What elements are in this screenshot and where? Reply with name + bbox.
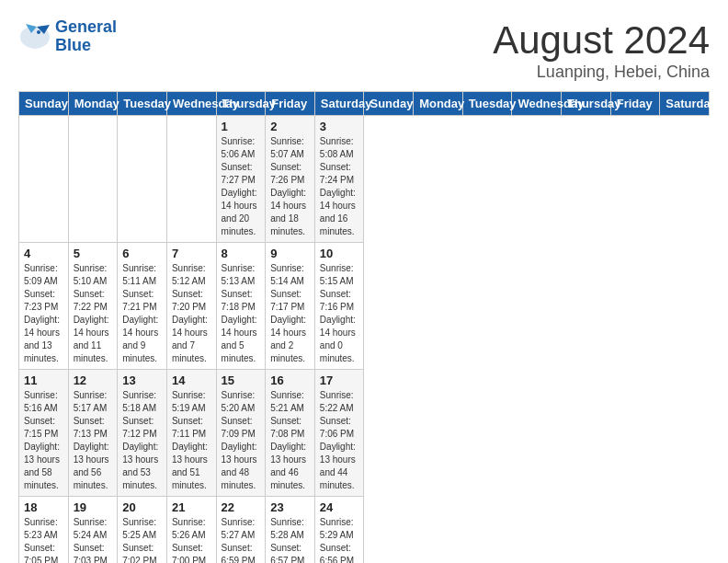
column-header-sunday: Sunday — [364, 92, 414, 116]
day-number: 15 — [222, 373, 261, 387]
calendar-week-1: 1Sunrise: 5:06 AM Sunset: 7:27 PM Daylig… — [19, 116, 710, 243]
calendar-cell: 6Sunrise: 5:11 AM Sunset: 7:21 PM Daylig… — [118, 243, 167, 370]
day-info: Sunrise: 5:07 AM Sunset: 7:26 PM Dayligh… — [270, 135, 310, 238]
day-info: Sunrise: 5:13 AM Sunset: 7:18 PM Dayligh… — [222, 262, 261, 365]
month-year-title: August 2024 — [493, 18, 710, 63]
calendar-cell: 23Sunrise: 5:28 AM Sunset: 6:57 PM Dayli… — [266, 497, 315, 564]
calendar-cell: 14Sunrise: 5:19 AM Sunset: 7:11 PM Dayli… — [166, 370, 216, 497]
day-number: 1 — [222, 120, 261, 133]
day-number: 11 — [24, 373, 63, 387]
column-header-friday: Friday — [266, 92, 315, 116]
svg-point-0 — [37, 30, 40, 34]
logo: General Blue — [18, 18, 117, 55]
calendar-cell: 1Sunrise: 5:06 AM Sunset: 7:27 PM Daylig… — [216, 116, 266, 243]
calendar-week-4: 18Sunrise: 5:23 AM Sunset: 7:05 PM Dayli… — [19, 497, 710, 564]
column-header-tuesday: Tuesday — [462, 92, 512, 116]
day-number: 9 — [270, 247, 310, 260]
column-header-tuesday: Tuesday — [118, 92, 167, 116]
calendar-cell: 9Sunrise: 5:14 AM Sunset: 7:17 PM Daylig… — [266, 243, 315, 370]
calendar-week-3: 11Sunrise: 5:16 AM Sunset: 7:15 PM Dayli… — [19, 370, 710, 497]
calendar-cell: 19Sunrise: 5:24 AM Sunset: 7:03 PM Dayli… — [68, 497, 118, 564]
calendar-cell — [118, 116, 167, 243]
calendar-cell — [68, 116, 118, 243]
calendar-cell: 7Sunrise: 5:12 AM Sunset: 7:20 PM Daylig… — [166, 243, 216, 370]
calendar-header-row: SundayMondayTuesdayWednesdayThursdayFrid… — [19, 92, 710, 116]
calendar-cell: 13Sunrise: 5:18 AM Sunset: 7:12 PM Dayli… — [118, 370, 167, 497]
day-info: Sunrise: 5:18 AM Sunset: 7:12 PM Dayligh… — [122, 389, 162, 492]
calendar-table: SundayMondayTuesdayWednesdayThursdayFrid… — [18, 91, 710, 563]
calendar-cell: 20Sunrise: 5:25 AM Sunset: 7:02 PM Dayli… — [118, 497, 167, 564]
page-header: General Blue August 2024 Luanping, Hebei… — [18, 18, 710, 82]
day-info: Sunrise: 5:23 AM Sunset: 7:05 PM Dayligh… — [24, 516, 63, 563]
day-info: Sunrise: 5:08 AM Sunset: 7:24 PM Dayligh… — [320, 135, 359, 238]
calendar-cell: 4Sunrise: 5:09 AM Sunset: 7:23 PM Daylig… — [19, 243, 69, 370]
day-number: 16 — [270, 373, 310, 387]
calendar-cell: 10Sunrise: 5:15 AM Sunset: 7:16 PM Dayli… — [314, 243, 364, 370]
day-info: Sunrise: 5:06 AM Sunset: 7:27 PM Dayligh… — [222, 135, 261, 238]
column-header-monday: Monday — [414, 92, 463, 116]
column-header-wednesday: Wednesday — [166, 92, 216, 116]
day-number: 21 — [172, 500, 211, 514]
day-number: 24 — [320, 500, 359, 514]
day-number: 13 — [122, 373, 162, 387]
day-info: Sunrise: 5:10 AM Sunset: 7:22 PM Dayligh… — [74, 262, 113, 365]
day-number: 14 — [172, 373, 211, 387]
day-info: Sunrise: 5:27 AM Sunset: 6:59 PM Dayligh… — [222, 516, 261, 563]
day-number: 22 — [222, 500, 261, 514]
logo-general: General — [55, 17, 117, 36]
calendar-cell: 3Sunrise: 5:08 AM Sunset: 7:24 PM Daylig… — [314, 116, 364, 243]
calendar-cell: 2Sunrise: 5:07 AM Sunset: 7:26 PM Daylig… — [266, 116, 315, 243]
location-subtitle: Luanping, Hebei, China — [493, 63, 710, 82]
calendar-cell — [166, 116, 216, 243]
day-info: Sunrise: 5:20 AM Sunset: 7:09 PM Dayligh… — [222, 389, 261, 492]
column-header-wednesday: Wednesday — [512, 92, 562, 116]
column-header-monday: Monday — [68, 92, 118, 116]
day-number: 5 — [74, 247, 113, 260]
day-info: Sunrise: 5:16 AM Sunset: 7:15 PM Dayligh… — [24, 389, 63, 492]
logo-blue: Blue — [55, 36, 91, 54]
day-info: Sunrise: 5:12 AM Sunset: 7:20 PM Dayligh… — [172, 262, 211, 365]
calendar-cell: 8Sunrise: 5:13 AM Sunset: 7:18 PM Daylig… — [216, 243, 266, 370]
column-header-thursday: Thursday — [216, 92, 266, 116]
day-info: Sunrise: 5:15 AM Sunset: 7:16 PM Dayligh… — [320, 262, 359, 365]
column-header-friday: Friday — [610, 92, 660, 116]
day-info: Sunrise: 5:19 AM Sunset: 7:11 PM Dayligh… — [172, 389, 211, 492]
day-info: Sunrise: 5:28 AM Sunset: 6:57 PM Dayligh… — [270, 516, 310, 563]
calendar-cell — [19, 116, 69, 243]
day-info: Sunrise: 5:26 AM Sunset: 7:00 PM Dayligh… — [172, 516, 211, 563]
day-info: Sunrise: 5:17 AM Sunset: 7:13 PM Dayligh… — [74, 389, 113, 492]
calendar-cell: 5Sunrise: 5:10 AM Sunset: 7:22 PM Daylig… — [68, 243, 118, 370]
day-number: 3 — [320, 120, 359, 133]
day-number: 17 — [320, 373, 359, 387]
column-header-saturday: Saturday — [660, 92, 710, 116]
calendar-cell: 11Sunrise: 5:16 AM Sunset: 7:15 PM Dayli… — [19, 370, 69, 497]
calendar-cell: 16Sunrise: 5:21 AM Sunset: 7:08 PM Dayli… — [266, 370, 315, 497]
day-number: 4 — [24, 247, 63, 260]
day-number: 6 — [122, 247, 162, 260]
day-number: 8 — [222, 247, 261, 260]
day-number: 23 — [270, 500, 310, 514]
calendar-cell: 21Sunrise: 5:26 AM Sunset: 7:00 PM Dayli… — [166, 497, 216, 564]
column-header-thursday: Thursday — [562, 92, 611, 116]
day-number: 10 — [320, 247, 359, 260]
logo-text: General Blue — [55, 18, 117, 55]
day-info: Sunrise: 5:11 AM Sunset: 7:21 PM Dayligh… — [122, 262, 162, 365]
calendar-cell: 18Sunrise: 5:23 AM Sunset: 7:05 PM Dayli… — [19, 497, 69, 564]
day-info: Sunrise: 5:24 AM Sunset: 7:03 PM Dayligh… — [74, 516, 113, 563]
day-number: 18 — [24, 500, 63, 514]
day-number: 2 — [270, 120, 310, 133]
day-info: Sunrise: 5:29 AM Sunset: 6:56 PM Dayligh… — [320, 516, 359, 563]
calendar-cell: 24Sunrise: 5:29 AM Sunset: 6:56 PM Dayli… — [314, 497, 364, 564]
day-info: Sunrise: 5:25 AM Sunset: 7:02 PM Dayligh… — [122, 516, 162, 563]
calendar-week-2: 4Sunrise: 5:09 AM Sunset: 7:23 PM Daylig… — [19, 243, 710, 370]
day-number: 12 — [74, 373, 113, 387]
logo-bird-icon — [18, 23, 51, 51]
day-number: 20 — [122, 500, 162, 514]
calendar-cell: 12Sunrise: 5:17 AM Sunset: 7:13 PM Dayli… — [68, 370, 118, 497]
day-info: Sunrise: 5:21 AM Sunset: 7:08 PM Dayligh… — [270, 389, 310, 492]
day-number: 19 — [74, 500, 113, 514]
calendar-cell: 22Sunrise: 5:27 AM Sunset: 6:59 PM Dayli… — [216, 497, 266, 564]
day-info: Sunrise: 5:14 AM Sunset: 7:17 PM Dayligh… — [270, 262, 310, 365]
day-info: Sunrise: 5:22 AM Sunset: 7:06 PM Dayligh… — [320, 389, 359, 492]
day-number: 7 — [172, 247, 211, 260]
